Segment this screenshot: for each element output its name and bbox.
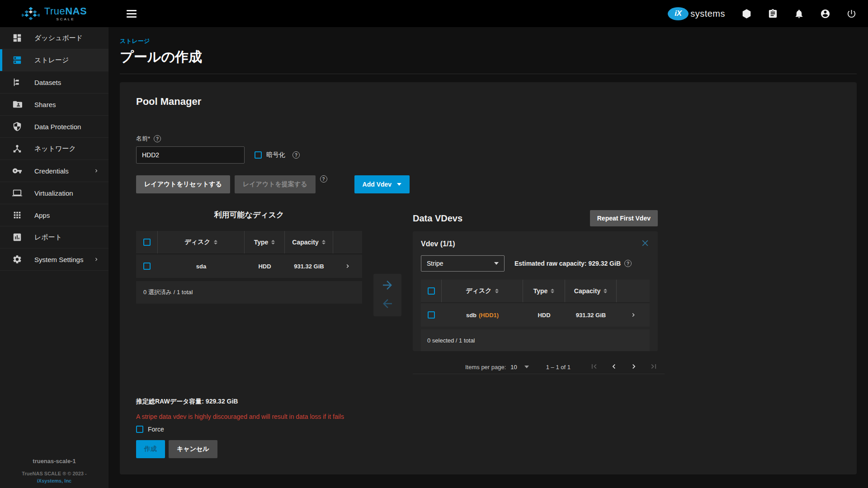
available-disks-panel: 利用可能なディスク ディスク Type — [136, 210, 362, 374]
disk-name: sdb — [466, 312, 476, 319]
close-vdev-icon[interactable] — [641, 239, 650, 249]
apps-grid-icon — [12, 210, 22, 220]
sidebar-item-dashboard[interactable]: ダッシュボード — [0, 27, 108, 49]
sidebar-item-system-settings[interactable]: System Settings — [0, 249, 108, 271]
notifications-bell-icon[interactable] — [789, 4, 808, 23]
encryption-label: 暗号化 — [266, 151, 285, 159]
column-header-capacity[interactable]: Capacity — [285, 231, 333, 253]
select-all-checkbox[interactable] — [428, 287, 435, 295]
estimated-capacity-text: Estimated raw capacity: 929.32 GiB — [514, 260, 621, 267]
first-page-icon[interactable] — [586, 362, 602, 372]
move-left-arrow-icon[interactable] — [380, 296, 395, 313]
top-header: TrueNAS SCALE iX systems — [0, 0, 868, 27]
items-per-page-select[interactable]: 10 — [510, 364, 528, 371]
laptop-icon — [12, 188, 22, 198]
last-page-icon[interactable] — [646, 362, 662, 372]
sidebar-item-virtualization[interactable]: Virtualization — [0, 182, 108, 204]
jobs-clipboard-icon[interactable] — [763, 4, 782, 23]
truecommand-icon[interactable] — [737, 4, 756, 23]
user-account-icon[interactable] — [816, 4, 835, 23]
encryption-help-icon[interactable] — [292, 151, 300, 159]
sidebar-item-shares[interactable]: Shares — [0, 94, 108, 116]
name-help-icon[interactable] — [154, 135, 161, 142]
row-expand-chevron[interactable] — [344, 263, 351, 270]
sidebar-item-network[interactable]: ネットワーク — [0, 138, 108, 160]
pool-manager-card: Pool Manager 名前* 暗号化 レイアウトをリセットする レイアウトを… — [120, 82, 857, 474]
ixsystems-logo[interactable]: iX systems — [668, 7, 725, 20]
sort-icon — [271, 240, 275, 244]
add-vdev-button[interactable]: Add Vdev — [354, 175, 410, 193]
storage-icon — [12, 55, 22, 65]
vdev-layout-select[interactable]: Stripe — [421, 255, 505, 272]
previous-page-icon[interactable] — [606, 362, 622, 372]
truenas-logo[interactable]: TrueNAS SCALE — [0, 6, 108, 21]
pool-name-label: 名前* — [136, 135, 150, 143]
available-disks-footer: 0 選択済み / 1 total — [136, 281, 362, 304]
cancel-button[interactable]: キャンセル — [169, 440, 217, 458]
column-header-type[interactable]: Type — [245, 231, 285, 253]
truenas-logo-icon — [22, 6, 40, 21]
row-checkbox[interactable] — [143, 263, 151, 270]
capacity-help-icon[interactable] — [624, 260, 632, 267]
available-disks-title: 利用可能なディスク — [136, 210, 362, 220]
disk-type: HDD — [245, 254, 285, 278]
encryption-checkbox[interactable] — [255, 151, 262, 159]
force-label: Force — [148, 426, 164, 433]
vdev-title: Vdev (1/1) — [421, 240, 455, 248]
power-icon[interactable] — [842, 4, 861, 23]
row-expand-chevron[interactable] — [630, 311, 637, 319]
pool-name-input[interactable] — [136, 146, 245, 164]
sidebar-item-data-protection[interactable]: Data Protection — [0, 116, 108, 138]
menu-toggle-button[interactable] — [124, 5, 139, 22]
logo-wordmark: TrueNAS — [44, 6, 87, 16]
card-title: Pool Manager — [136, 96, 840, 108]
sidebar-item-credentials[interactable]: Credentials — [0, 160, 108, 182]
force-checkbox[interactable] — [136, 426, 143, 433]
shared-folder-icon — [12, 99, 22, 109]
data-vdevs-title: Data VDevs — [413, 213, 462, 224]
disk-capacity: 931.32 GiB — [565, 303, 617, 327]
suggest-layout-button[interactable]: レイアウトを提案する — [235, 175, 316, 193]
caret-down-icon — [494, 262, 499, 265]
repeat-first-vdev-button[interactable]: Repeat First Vdev — [590, 210, 658, 226]
report-chart-icon — [12, 232, 22, 242]
chevron-right-icon — [93, 168, 99, 174]
title-divider — [120, 74, 857, 74]
row-checkbox[interactable] — [428, 311, 435, 319]
move-right-arrow-icon[interactable] — [380, 277, 395, 294]
caret-down-icon — [524, 366, 529, 368]
vdev-card: Vdev (1/1) Stripe Estimated raw c — [413, 231, 658, 351]
sidebar-item-reports[interactable]: レポート — [0, 226, 108, 249]
column-header-disk[interactable]: ディスク — [442, 280, 523, 302]
logo-scale-label: SCALE — [44, 18, 87, 21]
select-all-checkbox[interactable] — [143, 239, 151, 246]
create-button[interactable]: 作成 — [136, 440, 165, 458]
network-hub-icon — [12, 144, 22, 154]
ixsystems-link[interactable]: iXsystems, Inc — [0, 478, 108, 483]
paginator: Items per page: 10 1 – 1 of 1 — [413, 360, 665, 374]
sort-icon — [604, 289, 607, 293]
breadcrumb[interactable]: ストレージ — [120, 37, 857, 45]
sidebar-item-apps[interactable]: Apps — [0, 204, 108, 226]
hostname: truenas-scale-1 — [0, 458, 108, 465]
available-disks-table: ディスク Type Capacity — [136, 231, 362, 278]
disk-capacity: 931.32 GiB — [285, 254, 333, 278]
column-header-type[interactable]: Type — [523, 280, 565, 302]
layout-help-icon[interactable] — [320, 175, 327, 183]
column-header-disk[interactable]: ディスク — [158, 231, 245, 253]
page-range-label: 1 – 1 of 1 — [546, 364, 571, 371]
copyright: TrueNAS SCALE ® © 2023 - — [0, 471, 108, 476]
sort-icon — [551, 289, 554, 293]
disk-type: HDD — [523, 303, 565, 327]
sidebar-item-storage[interactable]: ストレージ — [0, 49, 108, 71]
column-header-capacity[interactable]: Capacity — [565, 280, 617, 302]
dashboard-icon — [12, 33, 22, 43]
reset-layout-button[interactable]: レイアウトをリセットする — [136, 175, 230, 193]
caret-down-icon — [397, 183, 401, 186]
sidebar-item-datasets[interactable]: Datasets — [0, 71, 108, 94]
total-raw-capacity: 推定総RAWデータ容量: 929.32 GiB — [136, 398, 840, 406]
next-page-icon[interactable] — [626, 362, 642, 372]
disk-note: (HDD1) — [479, 312, 499, 319]
sidebar-footer: truenas-scale-1 TrueNAS SCALE ® © 2023 -… — [0, 458, 108, 483]
items-per-page-label: Items per page: — [465, 364, 506, 371]
